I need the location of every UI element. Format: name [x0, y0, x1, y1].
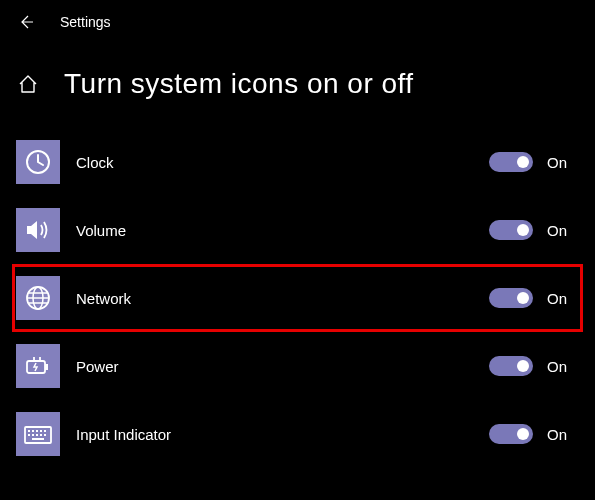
- power-icon: [21, 351, 55, 381]
- page-title: Turn system icons on or off: [64, 68, 414, 100]
- keyboard-icon-box: [16, 412, 60, 456]
- clock-icon: [23, 147, 53, 177]
- back-button[interactable]: [16, 12, 36, 32]
- keyboard-icon: [21, 419, 55, 449]
- svg-rect-15: [32, 434, 34, 436]
- globe-icon: [23, 283, 53, 313]
- svg-rect-17: [40, 434, 42, 436]
- svg-rect-7: [45, 364, 48, 370]
- item-label: Volume: [76, 222, 489, 239]
- toggle-volume[interactable]: [489, 220, 533, 240]
- toggle-state-label: On: [547, 290, 579, 307]
- toggle-power[interactable]: [489, 356, 533, 376]
- svg-rect-10: [32, 430, 34, 432]
- item-label: Input Indicator: [76, 426, 489, 443]
- power-icon-box: [16, 344, 60, 388]
- header-bar: Settings: [0, 0, 595, 44]
- page-title-row: Turn system icons on or off: [0, 44, 595, 128]
- svg-rect-18: [44, 434, 46, 436]
- toggle-input-indicator[interactable]: [489, 424, 533, 444]
- list-item-power: Power On: [12, 332, 583, 400]
- svg-rect-12: [40, 430, 42, 432]
- toggle-state-label: On: [547, 358, 579, 375]
- network-icon-box: [16, 276, 60, 320]
- svg-rect-14: [28, 434, 30, 436]
- toggle-state-label: On: [547, 426, 579, 443]
- header-title: Settings: [60, 14, 111, 30]
- item-label: Power: [76, 358, 489, 375]
- svg-rect-19: [32, 438, 44, 440]
- list-item-network: Network On: [12, 264, 583, 332]
- toggle-state-label: On: [547, 154, 579, 171]
- list-item-clock: Clock On: [12, 128, 583, 196]
- back-arrow-icon: [17, 13, 35, 31]
- toggle-network[interactable]: [489, 288, 533, 308]
- item-label: Network: [76, 290, 489, 307]
- toggle-state-label: On: [547, 222, 579, 239]
- home-icon: [17, 73, 39, 95]
- volume-icon-box: [16, 208, 60, 252]
- home-button[interactable]: [16, 72, 40, 96]
- volume-icon: [23, 215, 53, 245]
- svg-rect-16: [36, 434, 38, 436]
- item-label: Clock: [76, 154, 489, 171]
- toggle-clock[interactable]: [489, 152, 533, 172]
- list-item-volume: Volume On: [12, 196, 583, 264]
- svg-rect-9: [28, 430, 30, 432]
- list-item-input-indicator: Input Indicator On: [12, 400, 583, 468]
- svg-rect-11: [36, 430, 38, 432]
- clock-icon-box: [16, 140, 60, 184]
- svg-rect-13: [44, 430, 46, 432]
- settings-list: Clock On Volume On Network On: [0, 128, 595, 468]
